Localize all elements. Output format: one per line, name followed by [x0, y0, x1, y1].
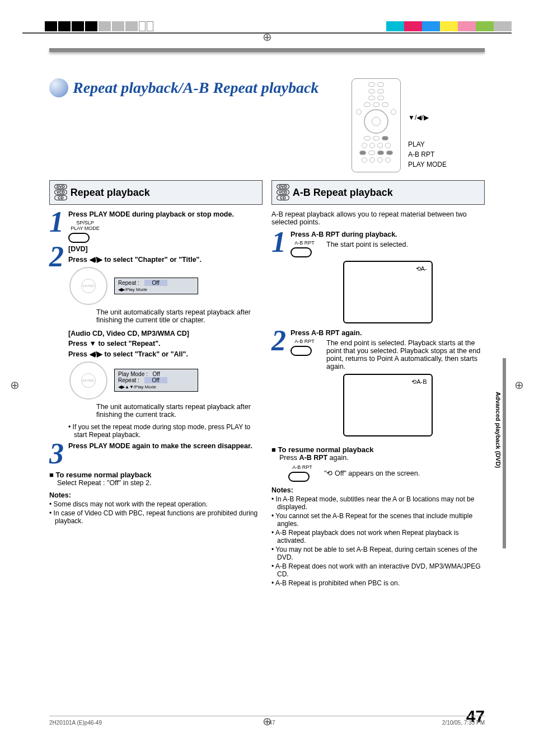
remote-label-direction: ▼/◀/▶ — [408, 112, 447, 123]
page-title-text: Repeat playback/A-B Repeat playback — [73, 79, 318, 97]
registration-mark-bottom: ⊕ — [263, 715, 272, 728]
step-number-3: 3 — [49, 442, 68, 466]
ab-step2-p: The end point is selected. Playback star… — [326, 339, 485, 370]
step2-head2a: Press ▼ to select "Repeat". — [68, 340, 263, 348]
disc-badge-icon: DVDVCDCD — [54, 184, 67, 201]
notes-heading-right: Notes: — [271, 486, 485, 494]
left-note-1: Some discs may not work with the repeat … — [54, 500, 208, 508]
side-tab-label: Advanced playback (DVD) — [495, 392, 502, 468]
section-heading-repeat-text: Repeat playback — [71, 187, 150, 199]
left-note-2: In case of Video CD with PBC, repeat fun… — [54, 509, 258, 525]
footer-left: 2H20101A (E)p46-49 — [49, 720, 102, 726]
section-heading-abrepeat: DVDVCDCD A-B Repeat playback — [271, 180, 485, 205]
step1-head: Press PLAY MODE during playback or stop … — [68, 210, 263, 218]
ab-repeat-section: DVDVCDCD A-B Repeat playback A-B repeat … — [271, 180, 485, 588]
step2-head2b: Press ◀/▶ to select "Track" or "All". — [68, 350, 263, 358]
ab-intro: A-B repeat playback allows you to repeat… — [271, 210, 485, 226]
right-note-1: In A-B Repeat mode, subtitles near the A… — [276, 495, 475, 511]
top-left-blocks — [45, 21, 154, 31]
abrpt-button-icon-3 — [288, 472, 310, 482]
right-note-3: A-B Repeat playback does not work when R… — [275, 529, 459, 544]
side-tab-stripe — [503, 358, 506, 548]
section-heading-abrepeat-text: A-B Repeat playback — [293, 187, 393, 199]
right-note-5: A-B Repeat does not work with an interac… — [275, 562, 481, 578]
ab-step-number-1: 1 — [271, 231, 291, 327]
ab-btn-label-1: A-B RPT — [291, 241, 318, 246]
step2-head1: Press ◀/▶ to select "Chapter" or "Title"… — [68, 255, 263, 264]
right-note-2: You cannot set the A-B Repeat for the sc… — [275, 512, 472, 528]
title-bullet-icon — [49, 78, 68, 97]
navpad-icon-2 — [69, 361, 107, 400]
off-message: "⟲ Off" appears on the screen. — [324, 469, 420, 477]
header-bar — [49, 48, 485, 52]
right-note-6: A-B Repeat is prohibited when PBC is on. — [275, 579, 400, 587]
disc-badge-icon-2: DVDVCDCD — [277, 184, 289, 201]
step2-dvd-label: [DVD] — [68, 245, 263, 253]
btn-label-playmode: PLAY MODE — [68, 226, 102, 232]
playmode-button-icon — [68, 233, 90, 243]
osd-a-icon: ⟲A- — [416, 265, 427, 273]
osd-repeat-off: Repeat : Off ◀▶/Play Mode — [114, 278, 198, 294]
ab-step1-p: The start point is selected. — [326, 241, 485, 248]
osd-ab-icon: ⟲A-B — [411, 378, 427, 386]
resume-heading-left: To resume normal playback — [49, 471, 263, 479]
resume-body-left: Select Repeat : "Off" in step 2. — [57, 479, 263, 487]
ab-btn-label-2: A-B RPT — [291, 339, 318, 345]
osd-playmode-repeat: Play Mode : Off Repeat : Off ◀▶▲▼/Play M… — [114, 369, 198, 392]
registration-mark-left: ⊕ — [10, 378, 20, 392]
step2-p1: The unit automatically starts repeat pla… — [96, 308, 263, 324]
top-right-color-blocks — [386, 21, 512, 31]
ab-step2-head: Press A-B RPT again. — [291, 329, 485, 337]
step-number-2: 2 — [49, 245, 68, 440]
footer-right: 2/10/05, 7:33 PM — [442, 720, 485, 726]
section-heading-repeat: DVDVCDCD Repeat playback — [49, 180, 263, 205]
registration-mark-right: ⊕ — [514, 378, 524, 392]
ab-step-number-2: 2 — [271, 329, 291, 440]
step-number-1: 1 — [49, 210, 68, 243]
registration-mark-top: ⊕ — [263, 30, 272, 44]
step3-head: Press PLAY MODE again to make the screen… — [68, 442, 263, 450]
step2-bullet: If you set the repeat mode during stop m… — [73, 423, 251, 439]
ab-btn-label-off: A-B RPT — [288, 465, 316, 471]
notes-heading-left: Notes: — [49, 491, 263, 499]
step2-cd-label: [Audio CD, Video CD, MP3/WMA CD] — [68, 330, 263, 337]
ab-step1-head: Press A-B RPT during playback. — [291, 231, 485, 238]
navpad-icon — [69, 267, 107, 305]
right-note-4: You may not be able to set A-B Repeat, d… — [275, 546, 477, 561]
screen-a-point: ⟲A- — [343, 261, 433, 323]
page-title: Repeat playback/A-B Repeat playback — [49, 78, 318, 97]
screen-ab-point: ⟲A-B — [343, 374, 433, 436]
remote-label-abrpt: A-B RPT — [408, 149, 447, 159]
remote-label-playmode: PLAY MODE — [408, 159, 447, 170]
repeat-playback-section: DVDVCDCD Repeat playback 1 Press PLAY MO… — [49, 180, 263, 588]
abrpt-button-icon — [291, 247, 312, 257]
resume-body-right: Press A-B RPT again. — [279, 454, 485, 462]
step2-p2: The unit automatically starts repeat pla… — [96, 403, 263, 419]
remote-diagram: ▼/◀/▶ PLAY A-B RPT PLAY MODE — [352, 78, 401, 172]
resume-heading-right: To resume normal playback — [271, 445, 485, 454]
abrpt-button-icon-2 — [291, 346, 312, 356]
remote-label-play: PLAY — [408, 139, 447, 149]
